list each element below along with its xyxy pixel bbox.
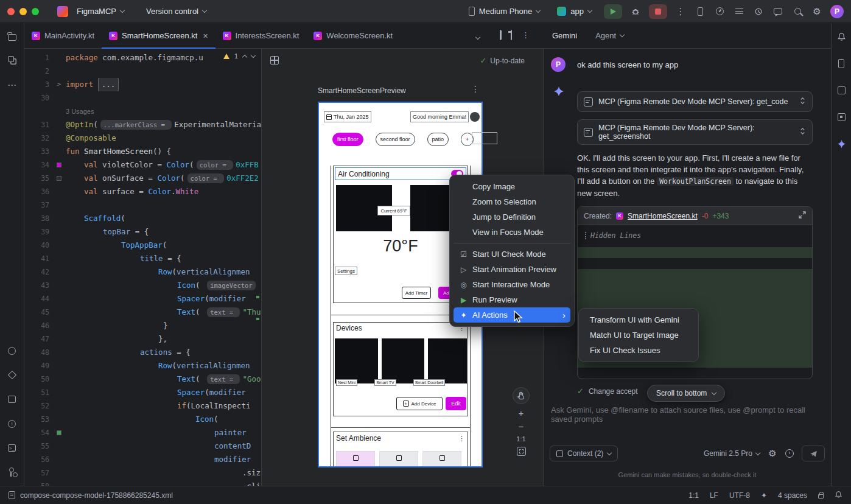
ambience-card[interactable] bbox=[379, 451, 418, 467]
mcp-call-chip[interactable]: MCP (Figma Remote Dev Mode MCP Server): … bbox=[577, 119, 813, 145]
split-editor-icon[interactable] bbox=[500, 30, 501, 40]
device-selector[interactable]: Medium Phone bbox=[464, 4, 545, 19]
run-config-selector[interactable]: app bbox=[552, 4, 597, 19]
caret-position[interactable]: 1:1 bbox=[688, 491, 699, 500]
app-insights-icon[interactable] bbox=[752, 5, 765, 18]
tab-agent[interactable]: Agent bbox=[595, 31, 624, 40]
floor-tab[interactable]: patio bbox=[427, 133, 449, 146]
code-editor[interactable]: 1 > package com.example.figmamcp.u 2 > bbox=[24, 49, 262, 486]
fold-arrow-icon[interactable]: > bbox=[57, 78, 61, 91]
run-button[interactable] bbox=[604, 4, 622, 19]
close-tab-icon[interactable]: × bbox=[203, 31, 208, 41]
problems-icon[interactable]: ! bbox=[6, 418, 18, 430]
ac-title-row[interactable]: Air Conditioning bbox=[335, 167, 466, 180]
commit-icon[interactable] bbox=[6, 345, 18, 357]
line-ending[interactable]: LF bbox=[710, 491, 718, 500]
device-mirroring-icon[interactable] bbox=[694, 5, 706, 18]
tab-gemini[interactable]: Gemini bbox=[552, 31, 577, 40]
device-card[interactable] bbox=[382, 338, 424, 383]
preview-options-icon[interactable]: ⋮ bbox=[471, 84, 480, 94]
gemini-spark-icon[interactable] bbox=[835, 138, 847, 150]
expand-collapse-icon[interactable] bbox=[799, 97, 806, 107]
hidden-lines-row[interactable]: Hidden Lines bbox=[578, 230, 812, 241]
more-actions-button[interactable]: ⋮ bbox=[674, 5, 687, 18]
submenu-item[interactable]: Transform UI with Gemini bbox=[583, 312, 695, 327]
expand-collapse-icon[interactable] bbox=[799, 127, 806, 137]
context-menu-item[interactable]: ☑ Start UI Check Mode bbox=[454, 247, 570, 262]
file-encoding[interactable]: UTF-8 bbox=[729, 491, 750, 500]
ambience-options-icon[interactable]: ⋮ bbox=[458, 435, 465, 443]
build-icon[interactable] bbox=[6, 393, 18, 405]
device-explorer-icon[interactable] bbox=[835, 84, 847, 96]
user-avatar[interactable]: P bbox=[830, 5, 844, 18]
device-card[interactable] bbox=[428, 338, 467, 383]
layout-inspector-icon[interactable] bbox=[835, 111, 847, 123]
vcs-widget[interactable]: Version control bbox=[141, 4, 211, 19]
editor-tab[interactable]: K WelcomeScreen.kt × bbox=[306, 23, 400, 49]
device-card[interactable] bbox=[335, 338, 378, 383]
floor-tab[interactable]: second floor bbox=[376, 133, 415, 146]
running-devices-icon[interactable] bbox=[835, 57, 847, 69]
settings-gear-icon[interactable]: ⚙ bbox=[811, 5, 823, 18]
status-file-name[interactable]: compose-compose-model-1758866285245.xml bbox=[20, 491, 173, 500]
editor-tab[interactable]: K SmartHomeScreen.kt × bbox=[102, 23, 215, 49]
context-menu-item[interactable]: Zoom to Selection bbox=[454, 194, 570, 209]
hidden-tabs-chevron-icon[interactable] bbox=[476, 32, 480, 41]
send-button[interactable] bbox=[802, 446, 825, 461]
packages-icon[interactable] bbox=[6, 369, 18, 381]
minimize-window-button[interactable] bbox=[19, 8, 27, 15]
preview-title[interactable]: SmartHomeScreenPreview bbox=[318, 86, 406, 95]
prompt-history-icon[interactable] bbox=[785, 449, 794, 458]
settings-label[interactable]: Settings bbox=[335, 267, 357, 275]
previous-issue-icon[interactable] bbox=[242, 54, 247, 59]
mcp-call-chip[interactable]: MCP (Figma Remote Dev Mode MCP Server): … bbox=[577, 91, 813, 112]
more-tool-windows-icon[interactable]: ⋯ bbox=[6, 79, 18, 91]
profiler-icon[interactable] bbox=[713, 5, 726, 18]
context-selector[interactable]: Context (2) bbox=[550, 446, 618, 461]
edit-button[interactable]: Edit bbox=[446, 397, 466, 410]
context-menu-item[interactable]: View in Focus Mode bbox=[454, 225, 570, 240]
zoom-out-button[interactable]: − bbox=[519, 422, 524, 431]
indent-setting[interactable]: 4 spaces bbox=[778, 491, 807, 500]
zoom-to-fit-button[interactable] bbox=[517, 447, 526, 456]
editor-tab[interactable]: K InterestsScreen.kt × bbox=[215, 23, 307, 49]
color-swatch[interactable] bbox=[57, 430, 61, 435]
notifications-bell-icon[interactable] bbox=[835, 30, 847, 43]
readonly-lock-icon[interactable] bbox=[818, 494, 824, 499]
tab-options-icon[interactable]: ⋮ bbox=[522, 30, 530, 40]
pan-hand-button[interactable] bbox=[513, 387, 530, 404]
model-selector[interactable]: Gemini 2.5 Pro bbox=[704, 449, 760, 458]
error-stripe-mark[interactable] bbox=[256, 318, 259, 320]
context-menu-item[interactable]: ▶ Run Preview bbox=[454, 292, 570, 307]
context-menu-item[interactable] bbox=[454, 243, 570, 243]
stop-button[interactable] bbox=[649, 4, 667, 19]
context-menu-item[interactable]: ▷ Start Animation Preview bbox=[454, 262, 570, 277]
color-swatch[interactable] bbox=[57, 176, 61, 181]
close-window-button[interactable] bbox=[7, 8, 15, 15]
feedback-icon[interactable] bbox=[772, 5, 784, 18]
created-file-link[interactable]: SmartHomeScreen.kt bbox=[628, 212, 698, 220]
ambience-card[interactable] bbox=[336, 451, 375, 467]
zoom-ratio-button[interactable]: 1:1 bbox=[516, 435, 525, 443]
notifications-icon[interactable] bbox=[835, 491, 842, 500]
ambience-card[interactable] bbox=[422, 451, 461, 467]
gemini-settings-gear-icon[interactable]: ⚙ bbox=[768, 447, 777, 460]
context-menu-item[interactable]: Jump to Definition bbox=[454, 209, 570, 225]
ai-status-icon[interactable]: ✦ bbox=[761, 491, 767, 500]
search-icon[interactable] bbox=[791, 5, 804, 18]
component-selection-box[interactable] bbox=[472, 132, 497, 144]
add-timer-button[interactable]: Add Timer bbox=[402, 287, 431, 299]
project-folder-icon[interactable] bbox=[6, 30, 18, 43]
editor-tab[interactable]: K MainActivity.kt × bbox=[24, 23, 102, 49]
preview-grid-icon[interactable] bbox=[270, 56, 279, 65]
version-control-icon[interactable] bbox=[6, 466, 18, 478]
float-window-icon[interactable] bbox=[511, 30, 512, 40]
add-device-button[interactable]: + Add Device bbox=[396, 397, 443, 410]
zoom-window-button[interactable] bbox=[32, 8, 39, 15]
logcat-icon[interactable] bbox=[733, 5, 745, 18]
open-diff-icon[interactable] bbox=[799, 211, 806, 220]
submenu-item[interactable]: Match UI to Target Image bbox=[583, 327, 695, 343]
next-issue-icon[interactable] bbox=[251, 52, 256, 57]
resource-manager-icon[interactable] bbox=[6, 55, 18, 67]
project-selector[interactable]: FigmaMCP bbox=[72, 4, 129, 19]
